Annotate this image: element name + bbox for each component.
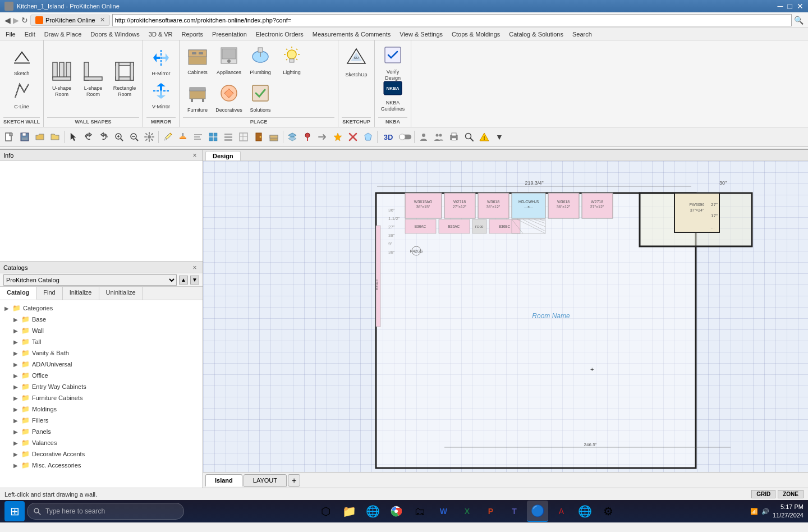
sketch-tool-btn[interactable]: Sketch bbox=[7, 48, 36, 79]
vmirror-tool-btn[interactable]: V-Mirror bbox=[146, 81, 176, 112]
taskbar-app-teams[interactable]: T bbox=[503, 501, 525, 522]
layers-btn[interactable] bbox=[285, 130, 300, 144]
menu-electronic-orders[interactable]: Electronic Orders bbox=[251, 30, 308, 39]
design-tab[interactable]: Design bbox=[205, 151, 241, 160]
menu-doors-windows[interactable]: Doors & Windows bbox=[86, 30, 144, 39]
taskbar-search[interactable]: Type here to search bbox=[27, 503, 184, 520]
zoom-out-btn[interactable] bbox=[127, 130, 141, 144]
settings-btn[interactable] bbox=[142, 130, 157, 144]
catalog-tab-find[interactable]: Find bbox=[36, 287, 62, 300]
nkba-guidelines-tool-btn[interactable]: NKBA NKBA Guidelines bbox=[378, 81, 407, 112]
tree-root[interactable]: ▶ 📁 Categories bbox=[0, 302, 203, 314]
catalog-tab-uninitialize[interactable]: Uninitialize bbox=[99, 287, 143, 300]
catalog-prev-btn[interactable]: ▲ bbox=[179, 276, 188, 285]
people2-btn[interactable] bbox=[431, 130, 446, 144]
tree-item-wall[interactable]: ▶ 📁 Wall bbox=[0, 325, 203, 336]
menu-reports[interactable]: Reports bbox=[177, 30, 208, 39]
tree-item-misc-accessories[interactable]: ▶ 📁 Misc. Accessories bbox=[0, 460, 203, 471]
zone-status-btn[interactable]: ZONE bbox=[778, 490, 804, 498]
cross-btn[interactable] bbox=[346, 130, 360, 144]
grid-status-btn[interactable]: GRID bbox=[751, 490, 775, 498]
catalogs-close-btn[interactable]: × bbox=[190, 263, 199, 272]
taskbar-app-file-explorer[interactable]: 📁 bbox=[338, 501, 360, 522]
menu-file[interactable]: File bbox=[1, 30, 20, 39]
tree-item-entryway[interactable]: ▶ 📁 Entry Way Cabinets bbox=[0, 381, 203, 392]
zoom-in-btn[interactable] bbox=[112, 130, 126, 144]
menu-presentation[interactable]: Presentation bbox=[208, 30, 251, 39]
taskbar-app-word[interactable]: W bbox=[433, 501, 454, 522]
grid-btn[interactable] bbox=[206, 130, 221, 144]
tree-item-tall[interactable]: ▶ 📁 Tall bbox=[0, 336, 203, 347]
taskbar-app-edge[interactable]: 🌐 bbox=[362, 501, 383, 522]
lshape-tool-btn[interactable]: L-shape Room bbox=[79, 63, 108, 97]
taskbar-app-powerpoint[interactable]: P bbox=[480, 501, 501, 522]
taskbar-app-excel[interactable]: X bbox=[456, 501, 478, 522]
tree-item-base[interactable]: ▶ 📁 Base bbox=[0, 314, 203, 325]
tree-item-decorative-accents[interactable]: ▶ 📁 Decorative Accents bbox=[0, 448, 203, 460]
menu-draw-place[interactable]: Draw & Place bbox=[40, 30, 86, 39]
cline-tool-btn[interactable]: C-Line bbox=[7, 81, 36, 112]
taskbar-app-acrobat[interactable]: A bbox=[550, 501, 572, 522]
appliances-tool-btn[interactable]: Appliances bbox=[214, 44, 244, 77]
catalog-next-btn[interactable]: ▼ bbox=[190, 276, 199, 285]
paint-btn[interactable] bbox=[176, 130, 190, 144]
pin-btn[interactable] bbox=[300, 130, 315, 144]
menu-catalog[interactable]: Catalog & Solutions bbox=[504, 30, 568, 39]
tree-item-ada[interactable]: ▶ 📁 ADA/Universal bbox=[0, 359, 203, 370]
tab-close[interactable]: ✕ bbox=[100, 16, 105, 24]
tree-item-panels[interactable]: ▶ 📁 Panels bbox=[0, 426, 203, 437]
rectangle-tool-btn[interactable]: Rectangle Room bbox=[110, 63, 139, 97]
pointer-btn[interactable] bbox=[66, 130, 81, 144]
cabinet-btn[interactable] bbox=[267, 130, 281, 144]
catalog-select[interactable]: ProKitchen Catalog bbox=[3, 274, 177, 286]
start-button[interactable]: ⊞ bbox=[4, 501, 25, 521]
taskbar-app-prokitchen[interactable]: 🔵 bbox=[527, 501, 548, 522]
info-close-btn[interactable]: × bbox=[190, 151, 199, 160]
browser-tab[interactable]: ProKitchen Online ✕ bbox=[30, 15, 110, 26]
format-btn[interactable] bbox=[191, 130, 205, 144]
search-btn[interactable]: 🔍 bbox=[794, 16, 804, 25]
menu-measurements[interactable]: Measurements & Comments bbox=[308, 30, 395, 39]
minimize-btn[interactable]: ─ bbox=[778, 2, 783, 11]
tree-item-valances[interactable]: ▶ 📁 Valances bbox=[0, 437, 203, 448]
taskbar-app-files[interactable]: 🗂 bbox=[409, 501, 430, 522]
maximize-btn[interactable]: □ bbox=[788, 2, 792, 11]
warning-btn[interactable]: ! bbox=[477, 130, 492, 144]
star-btn[interactable] bbox=[330, 130, 345, 144]
catalog-tab-initialize[interactable]: Initialize bbox=[63, 287, 99, 300]
redo-btn[interactable] bbox=[97, 130, 111, 144]
menu-edit[interactable]: Edit bbox=[20, 30, 40, 39]
open-btn[interactable] bbox=[33, 130, 47, 144]
tree-item-vanity[interactable]: ▶ 📁 Vanity & Bath bbox=[0, 347, 203, 359]
taskbar-clock[interactable]: 5:17 PM 11/27/2024 bbox=[773, 503, 804, 520]
toggle-btn[interactable] bbox=[398, 130, 412, 144]
print-btn[interactable] bbox=[447, 130, 461, 144]
canvas-area[interactable]: 219.3/4" 30" 36" 1.1/2" 27" 38" 9" 38" bbox=[203, 161, 808, 472]
people-btn[interactable] bbox=[416, 130, 431, 144]
new-btn[interactable] bbox=[2, 130, 17, 144]
dropdown-strip-btn[interactable]: ▼ bbox=[492, 130, 507, 144]
menu-view-settings[interactable]: View & Settings bbox=[395, 30, 447, 39]
3d-btn[interactable]: 3D bbox=[379, 130, 397, 144]
save-btn[interactable] bbox=[17, 130, 32, 144]
plumbing-tool-btn[interactable]: Plumbing bbox=[246, 44, 275, 77]
ushape-tool-btn[interactable]: U-shape Room bbox=[47, 63, 76, 97]
hmirror-tool-btn[interactable]: H-Mirror bbox=[146, 48, 176, 79]
search-strip-btn[interactable] bbox=[462, 130, 476, 144]
tree-item-furniture-cabinets[interactable]: ▶ 📁 Furniture Cabinets bbox=[0, 392, 203, 403]
menu-3d-vr[interactable]: 3D & VR bbox=[144, 30, 177, 39]
back-btn[interactable]: ◀ bbox=[4, 16, 11, 25]
tab-layout[interactable]: LAYOUT bbox=[244, 474, 287, 487]
taskbar-app-misc2[interactable]: ⚙ bbox=[598, 501, 619, 522]
door-btn[interactable] bbox=[251, 130, 266, 144]
refresh-btn[interactable]: ↻ bbox=[21, 16, 28, 25]
furniture-tool-btn[interactable]: Furniture bbox=[183, 81, 212, 115]
pencil-btn[interactable] bbox=[160, 130, 175, 144]
lighting-tool-btn[interactable]: Lighting bbox=[277, 44, 306, 77]
tree-item-office[interactable]: ▶ 📁 Office bbox=[0, 370, 203, 381]
tab-island[interactable]: Island bbox=[205, 474, 242, 487]
list-btn[interactable] bbox=[221, 130, 236, 144]
tree-item-fillers[interactable]: ▶ 📁 Fillers bbox=[0, 415, 203, 426]
tab-add-btn[interactable]: + bbox=[288, 474, 300, 487]
undo-btn[interactable] bbox=[81, 130, 96, 144]
